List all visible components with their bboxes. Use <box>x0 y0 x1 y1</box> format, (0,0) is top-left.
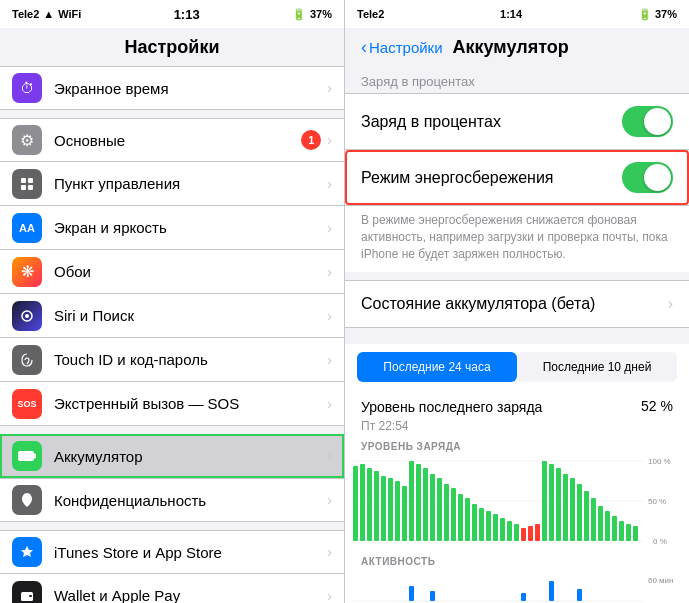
svg-rect-39 <box>514 524 519 541</box>
battery-icon-left: 🔋 <box>292 8 306 21</box>
power-mode-row: Режим энергосбережения <box>345 150 689 205</box>
control-icon <box>12 169 42 199</box>
svg-rect-25 <box>416 464 421 541</box>
chart-label: УРОВЕНЬ ЗАРЯДА <box>345 437 689 452</box>
svg-rect-31 <box>458 494 463 541</box>
wallpaper-icon: ❋ <box>12 257 42 287</box>
svg-rect-61 <box>521 593 526 601</box>
svg-rect-38 <box>507 521 512 541</box>
settings-item-appstore[interactable]: iTunes Store и App Store › <box>0 530 344 574</box>
control-label: Пункт управления <box>54 175 327 192</box>
privacy-label: Конфиденциальность <box>54 492 327 509</box>
battery-state-section: Состояние аккумулятора (бета) › <box>345 280 689 328</box>
svg-rect-59 <box>409 586 414 601</box>
siri-icon <box>12 301 42 331</box>
svg-rect-24 <box>409 461 414 541</box>
sos-right: › <box>327 396 332 412</box>
svg-rect-28 <box>437 478 442 541</box>
wallpaper-right: › <box>327 264 332 280</box>
battery-right-status: 🔋 37% <box>638 8 677 21</box>
battery-state-label: Состояние аккумулятора (бета) <box>361 295 595 313</box>
settings-item-sos[interactable]: SOS Экстренный вызов — SOS › <box>0 382 344 426</box>
screen-time-icon: ⏱ <box>12 73 42 103</box>
battery-right: › <box>327 448 332 464</box>
chevron-icon: › <box>327 352 332 368</box>
right-nav-header: ‹ Настройки Аккумулятор <box>345 28 689 66</box>
back-chevron-icon: ‹ <box>361 37 367 58</box>
charge-percent-label: Заряд в процентах <box>361 113 501 131</box>
tab-24h[interactable]: Последние 24 часа <box>357 352 517 382</box>
back-label: Настройки <box>369 39 443 56</box>
back-button[interactable]: ‹ Настройки <box>361 37 443 58</box>
svg-rect-16 <box>353 466 358 541</box>
settings-item-screen-time[interactable]: ⏱ Экранное время › <box>0 66 344 110</box>
last-charge-value: 52 % <box>641 398 673 414</box>
carrier-right: Tele2 <box>357 8 384 20</box>
chevron-icon: › <box>327 544 332 560</box>
svg-rect-26 <box>423 468 428 541</box>
charge-percent-toggle[interactable] <box>622 106 673 137</box>
status-right-left: 🔋 37% <box>292 8 332 21</box>
svg-rect-36 <box>493 514 498 541</box>
right-status-bar: Tele2 1:14 🔋 37% <box>345 0 689 28</box>
power-mode-label: Режим энергосбережения <box>361 169 554 187</box>
left-panel: Tele2 ▲ WiFi 1:13 🔋 37% Настройки ⏱ Экра… <box>0 0 345 603</box>
wallet-right: › <box>327 588 332 604</box>
svg-rect-17 <box>360 464 365 541</box>
sos-label: Экстренный вызов — SOS <box>54 395 327 412</box>
battery-pct-left: 37% <box>310 8 332 20</box>
activity-label: АКТИВНОСТЬ <box>345 554 689 567</box>
charge-section: Заряд в процентах Режим энергосбережения <box>345 93 689 206</box>
svg-rect-60 <box>430 591 435 601</box>
last-charge-info: Уровень последнего заряда Пт 22:54 <box>361 398 542 432</box>
touchid-label: Touch ID и код-пароль <box>54 351 327 368</box>
settings-item-battery[interactable]: Аккумулятор › <box>0 434 344 478</box>
svg-rect-27 <box>430 474 435 541</box>
svg-rect-50 <box>591 498 596 541</box>
general-icon: ⚙ <box>12 125 42 155</box>
battery-state-row[interactable]: Состояние аккумулятора (бета) › <box>345 281 689 327</box>
left-status-bar: Tele2 ▲ WiFi 1:13 🔋 37% <box>0 0 344 28</box>
settings-item-wallpaper[interactable]: ❋ Обои › <box>0 250 344 294</box>
chevron-icon: › <box>327 492 332 508</box>
separator-1 <box>0 110 344 118</box>
tabs-row: Последние 24 часа Последние 10 дней <box>345 344 689 390</box>
group-battery: Аккумулятор › <box>0 434 344 478</box>
group-privacy: Конфиденциальность › <box>0 478 344 522</box>
tab-10d[interactable]: Последние 10 дней <box>517 352 677 382</box>
svg-rect-7 <box>34 454 36 459</box>
right-content: Заряд в процентах Заряд в процентах Режи… <box>345 66 689 603</box>
display-icon: AA <box>12 213 42 243</box>
svg-rect-40 <box>521 528 526 541</box>
svg-rect-3 <box>28 185 33 190</box>
svg-rect-63 <box>577 589 582 601</box>
svg-rect-22 <box>395 481 400 541</box>
svg-rect-29 <box>444 484 449 541</box>
svg-rect-47 <box>570 478 575 541</box>
chevron-icon: › <box>327 176 332 192</box>
display-right: › <box>327 220 332 236</box>
chevron-icon: › <box>327 264 332 280</box>
chart-section: Последние 24 часа Последние 10 дней Уров… <box>345 344 689 603</box>
power-mode-toggle[interactable] <box>622 162 673 193</box>
settings-item-privacy[interactable]: Конфиденциальность › <box>0 478 344 522</box>
battery-icon <box>12 441 42 471</box>
sos-icon: SOS <box>12 389 42 419</box>
svg-rect-48 <box>577 484 582 541</box>
settings-item-control[interactable]: Пункт управления › <box>0 162 344 206</box>
general-badge: 1 <box>301 130 321 150</box>
settings-item-wallet[interactable]: Wallet и Apple Pay › <box>0 574 344 603</box>
wallet-icon <box>12 581 42 604</box>
settings-item-display[interactable]: AA Экран и яркость › <box>0 206 344 250</box>
chevron-icon: › <box>327 220 332 236</box>
wallpaper-label: Обои <box>54 263 327 280</box>
svg-rect-42 <box>535 524 540 541</box>
settings-item-general[interactable]: ⚙ Основные 1 › <box>0 118 344 162</box>
svg-rect-53 <box>612 516 617 541</box>
settings-item-touchid[interactable]: Touch ID и код-пароль › <box>0 338 344 382</box>
power-mode-description: В режиме энергосбережения снижается фоно… <box>345 206 689 272</box>
screen-time-label: Экранное время <box>54 80 327 97</box>
settings-item-siri[interactable]: Siri и Поиск › <box>0 294 344 338</box>
separator-2 <box>0 426 344 434</box>
activity-chart-svg: 60 мин <box>353 571 673 603</box>
